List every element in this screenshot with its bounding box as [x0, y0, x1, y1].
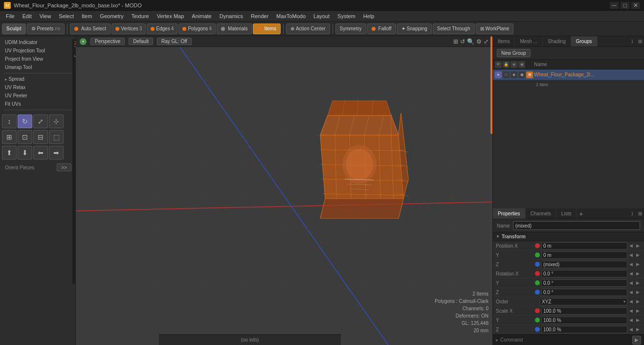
menu-maxtomodo[interactable]: MaxToModo	[272, 12, 310, 20]
position-z-value[interactable]: (mixed)	[541, 261, 627, 268]
rpanel-tab-mesh[interactable]: Mesh ...	[515, 36, 543, 46]
transform-section-header[interactable]: ▼ Transform	[493, 232, 644, 241]
rotation-x-dot[interactable]	[535, 271, 540, 276]
canvas-area[interactable]: X Y Z 2 Items Polygons : Catmull-Clark C…	[76, 47, 492, 345]
f-tab[interactable]: F...	[72, 49, 76, 59]
udim-indicator-tool[interactable]: UDIM Indicator	[2, 38, 73, 46]
group-sel-icon[interactable]: ◉	[518, 71, 525, 78]
order-value[interactable]: XYZ ▾	[540, 298, 627, 305]
scale-z-right-arrow[interactable]: ▶	[634, 326, 641, 333]
viewport-zoom-icon[interactable]: 🔍	[467, 38, 474, 45]
align-down-icon[interactable]: ⬇	[18, 146, 32, 160]
rpanel-tab-shading[interactable]: Shading	[543, 36, 571, 46]
group-eye-icon[interactable]: ●	[495, 71, 502, 78]
viewport-active-indicator[interactable]: ●	[80, 38, 87, 45]
position-y-dot[interactable]	[535, 253, 540, 257]
position-x-dot[interactable]	[535, 243, 540, 248]
props-tab-channels[interactable]: Channels	[526, 208, 556, 219]
command-run-button[interactable]: ▶	[632, 336, 641, 345]
scale-z-dot[interactable]	[535, 327, 540, 332]
scale-x-value[interactable]: 100.0 %	[541, 307, 627, 315]
auto-select-button[interactable]: Auto Select	[70, 23, 111, 34]
position-y-right-arrow[interactable]: ▶	[634, 252, 641, 258]
scale-y-left-arrow[interactable]: ◀	[627, 317, 634, 323]
position-x-value[interactable]: 0 m	[541, 242, 627, 250]
scale-y-right-arrow[interactable]: ▶	[634, 317, 641, 323]
group-render-icon[interactable]: ◈	[511, 71, 517, 78]
command-input[interactable]	[500, 337, 632, 343]
menu-file[interactable]: File	[2, 12, 19, 20]
rotation-x-value[interactable]: 0.0 °	[541, 270, 627, 277]
new-group-button[interactable]: New Group	[497, 49, 531, 57]
uv-grid-icon[interactable]: ⊞	[2, 130, 17, 144]
minimize-button[interactable]: ─	[610, 2, 619, 9]
rpanel-expand-button[interactable]: ⟩	[628, 36, 636, 47]
col-lock-icon[interactable]: 🔒	[503, 61, 510, 68]
rotation-z-left-arrow[interactable]: ◀	[627, 289, 634, 296]
align-up-icon[interactable]: ⬆	[2, 146, 17, 160]
position-x-right-arrow[interactable]: ▶	[634, 242, 641, 249]
menu-animate[interactable]: Animate	[188, 12, 215, 20]
align-right-icon[interactable]: ➡	[49, 146, 64, 160]
ray-gl-button[interactable]: Ray GL: Off	[157, 38, 192, 45]
select-through-button[interactable]: Select Through	[433, 23, 475, 34]
viewport-grid-icon[interactable]: ⊞	[453, 38, 458, 45]
menu-item[interactable]: Item	[78, 12, 96, 20]
scale-y-value[interactable]: 100.0 %	[541, 317, 627, 324]
align-left-icon[interactable]: ⬅	[33, 146, 48, 160]
transform-tool-icon[interactable]: ⊹	[49, 115, 64, 128]
viewport-rotate-icon[interactable]: ↺	[460, 38, 465, 45]
project-from-view-tool[interactable]: Project from View	[2, 55, 73, 63]
order-left-arrow[interactable]: ◀	[627, 298, 634, 305]
snapping-button[interactable]: ✦ Snapping	[397, 23, 432, 34]
rotation-y-dot[interactable]	[535, 280, 540, 285]
materials-button[interactable]: Materials	[217, 23, 252, 34]
perspective-button[interactable]: Perspective	[90, 38, 125, 45]
position-y-left-arrow[interactable]: ◀	[627, 252, 634, 258]
workplane-button[interactable]: ⊞ WorkPlane	[476, 23, 514, 34]
symmetry-button[interactable]: Symmetry	[335, 23, 366, 34]
expand-button[interactable]: >>	[57, 163, 71, 171]
menu-help[interactable]: Help	[359, 12, 378, 20]
maximize-button[interactable]: □	[621, 2, 629, 9]
group-lock-icon[interactable]: □	[503, 71, 510, 78]
unwrap-tool[interactable]: Unwrap Tool	[2, 63, 73, 71]
uv-dots-icon[interactable]: ⊡	[18, 130, 32, 144]
props-tab-properties[interactable]: Properties	[493, 208, 526, 219]
scale-tool-icon[interactable]: ⤢	[33, 115, 48, 128]
rotation-y-value[interactable]: 0.0 °	[541, 279, 627, 287]
scale-y-dot[interactable]	[535, 318, 540, 322]
viewport[interactable]: ● Perspective Default Ray GL: Off ⊞ ↺ 🔍 …	[76, 36, 492, 345]
props-expand-button[interactable]: ⟩	[628, 208, 636, 219]
uv-checker-icon[interactable]: ⬚	[49, 130, 64, 144]
scale-x-dot[interactable]	[535, 308, 540, 313]
rotation-z-right-arrow[interactable]: ▶	[634, 289, 641, 296]
menu-select[interactable]: Select	[55, 12, 78, 20]
polygons-button[interactable]: Polygons 4	[179, 24, 215, 34]
menu-layout[interactable]: Layout	[310, 12, 333, 20]
default-button[interactable]: Default	[129, 38, 153, 45]
props-tab-lists[interactable]: Lists	[556, 208, 577, 219]
scale-z-left-arrow[interactable]: ◀	[627, 326, 634, 333]
position-z-dot[interactable]	[535, 262, 540, 267]
props-more-button[interactable]: ⊞	[636, 208, 644, 219]
menu-geometry[interactable]: Geometry	[96, 12, 127, 20]
position-x-left-arrow[interactable]: ◀	[627, 242, 634, 249]
uv-projection-tool[interactable]: UV Projection Tool	[2, 46, 73, 55]
close-button[interactable]: ✕	[631, 2, 640, 9]
group-row-item[interactable]: ● □ ◈ ◉ ⊞ Wheat_Flour_Package_2l...	[493, 69, 644, 80]
edges-button[interactable]: Edges 4	[147, 24, 177, 34]
menu-dynamics[interactable]: Dynamics	[216, 12, 247, 20]
rotation-y-right-arrow[interactable]: ▶	[634, 279, 641, 286]
col-render-icon[interactable]: ◈	[511, 61, 517, 68]
rotation-y-left-arrow[interactable]: ◀	[627, 279, 634, 286]
rotation-x-left-arrow[interactable]: ◀	[627, 270, 634, 277]
presets-button[interactable]: ⚙ Presets F6	[27, 23, 65, 34]
rotation-z-value[interactable]: 0.0 °	[541, 289, 627, 296]
order-right-arrow[interactable]: ▶	[634, 298, 641, 305]
spread-tool[interactable]: ▸ Spread	[2, 75, 73, 83]
scale-z-value[interactable]: 100.0 %	[541, 326, 627, 333]
viewport-settings-icon[interactable]: ⚙	[476, 38, 482, 45]
viewport-expand-icon[interactable]: ⤢	[484, 38, 489, 45]
rotation-z-dot[interactable]	[535, 290, 540, 295]
